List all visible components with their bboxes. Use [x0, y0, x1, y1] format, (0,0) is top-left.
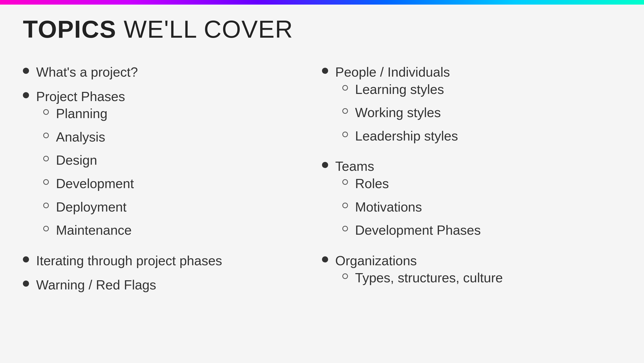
item-label-whats-project: What's a project?: [36, 64, 138, 81]
list-item: Analysis: [23, 129, 134, 146]
sub-bullet-icon: [342, 203, 348, 208]
list-item: Design: [23, 152, 134, 169]
sub-item-development: Development: [56, 175, 134, 192]
list-item-project-phases: Project Phases Planning Analysis: [23, 88, 322, 245]
top-gradient-bar: [0, 0, 644, 5]
title-bold: TOPICS: [23, 16, 116, 43]
list-item: Development: [23, 175, 134, 192]
item-label-people: People / Individuals: [335, 64, 450, 81]
list-item: Maintenance: [23, 222, 134, 239]
list-item: Leadership styles: [322, 128, 458, 145]
sub-bullet-icon: [43, 156, 49, 161]
item-label-teams: Teams: [335, 158, 374, 175]
list-item-organizations: Organizations Types, structures, culture: [322, 252, 621, 293]
sub-item-design: Design: [56, 152, 97, 169]
list-item: Planning: [23, 105, 134, 122]
columns-container: What's a project? Project Phases Plannin…: [23, 64, 621, 301]
sub-item-deployment: Deployment: [56, 199, 126, 216]
sub-bullet-icon: [43, 133, 49, 138]
sub-item-learning: Learning styles: [355, 81, 444, 98]
bullet-icon: [23, 281, 29, 287]
bullet-icon: [322, 256, 328, 262]
list-item-iterating: Iterating through project phases: [23, 252, 322, 270]
sub-bullet-icon: [342, 132, 348, 137]
list-item-teams: Teams Roles Motivations De: [322, 158, 621, 245]
sub-item-planning: Planning: [56, 105, 107, 122]
sub-item-types: Types, structures, culture: [355, 269, 503, 287]
sub-item-dev-phases: Development Phases: [355, 222, 481, 239]
sub-item-motivations: Motivations: [355, 199, 422, 216]
sub-bullet-icon: [342, 226, 348, 231]
people-sublist: Learning styles Working styles Leadershi…: [322, 81, 458, 151]
list-item: Deployment: [23, 199, 134, 216]
sub-bullet-icon: [43, 226, 49, 231]
project-phases-sublist: Planning Analysis Design Developmen: [23, 105, 134, 245]
sub-bullet-icon: [342, 108, 348, 114]
main-content: TOPICS WE'LL COVER What's a project? Pro…: [23, 15, 621, 348]
teams-sublist: Roles Motivations Development Phases: [322, 175, 481, 245]
item-label-organizations: Organizations: [335, 252, 417, 270]
left-list: What's a project? Project Phases Plannin…: [23, 64, 322, 294]
sub-item-maintenance: Maintenance: [56, 222, 132, 239]
sub-item-leadership: Leadership styles: [355, 128, 458, 145]
title-normal: WE'LL COVER: [116, 16, 293, 43]
list-item: Working styles: [322, 104, 458, 121]
list-item: Development Phases: [322, 222, 481, 239]
sub-bullet-icon: [43, 179, 49, 185]
list-item: Motivations: [322, 199, 481, 216]
list-item-whats-project: What's a project?: [23, 64, 322, 81]
bullet-icon: [322, 162, 328, 168]
right-list: People / Individuals Learning styles Wor…: [322, 64, 621, 293]
list-item: Learning styles: [322, 81, 458, 98]
bullet-icon: [23, 68, 29, 74]
bullet-icon: [322, 68, 328, 74]
organizations-sublist: Types, structures, culture: [322, 269, 503, 293]
item-label-iterating: Iterating through project phases: [36, 252, 222, 270]
sub-bullet-icon: [342, 85, 348, 91]
sub-item-roles: Roles: [355, 175, 389, 192]
bullet-icon: [23, 256, 29, 262]
sub-item-analysis: Analysis: [56, 129, 105, 146]
left-column: What's a project? Project Phases Plannin…: [23, 64, 322, 301]
sub-bullet-icon: [43, 203, 49, 208]
bullet-icon: [23, 92, 29, 98]
item-label-warning: Warning / Red Flags: [36, 276, 156, 294]
sub-bullet-icon: [43, 109, 49, 115]
item-label-project-phases: Project Phases: [36, 88, 125, 105]
list-item-warning: Warning / Red Flags: [23, 276, 322, 294]
list-item: Roles: [322, 175, 481, 192]
sub-item-working: Working styles: [355, 104, 441, 121]
right-column: People / Individuals Learning styles Wor…: [322, 64, 621, 301]
sub-bullet-icon: [342, 179, 348, 185]
sub-bullet-icon: [342, 273, 348, 279]
page-title: TOPICS WE'LL COVER: [23, 15, 621, 43]
list-item: Types, structures, culture: [322, 269, 503, 287]
list-item-people: People / Individuals Learning styles Wor…: [322, 64, 621, 151]
